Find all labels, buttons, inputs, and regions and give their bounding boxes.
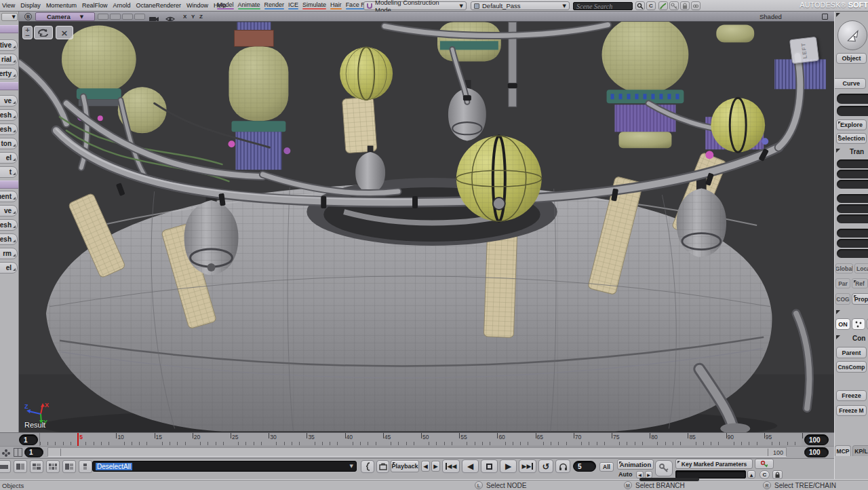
lock-button[interactable] xyxy=(772,470,783,479)
tab-mcp[interactable]: MCP xyxy=(835,445,851,456)
cog-button[interactable]: COG xyxy=(835,293,850,305)
axis-y-toggle[interactable]: Y xyxy=(191,14,195,20)
range-handle[interactable] xyxy=(60,449,61,456)
current-frame-field[interactable]: 5 xyxy=(573,461,596,472)
marked-key-button[interactable] xyxy=(755,459,774,469)
cycle-button[interactable]: C xyxy=(760,470,770,479)
select-curve-button[interactable]: Curve xyxy=(834,78,866,89)
search-icon[interactable] xyxy=(635,1,645,10)
transform-field[interactable] xyxy=(837,194,868,203)
orbit-button[interactable] xyxy=(34,26,53,39)
axis-x-toggle[interactable]: X xyxy=(183,14,186,20)
parent-button[interactable]: Parent xyxy=(836,347,867,358)
transform-field[interactable] xyxy=(837,159,868,168)
audio-button[interactable] xyxy=(555,459,570,473)
tab-kpl[interactable]: KP/L xyxy=(852,445,868,456)
viewport-resize-icon[interactable] xyxy=(822,14,828,20)
toolbar-button[interactable]: Mesh xyxy=(0,233,18,245)
go-to-end-button[interactable]: ▶▶ xyxy=(519,459,536,473)
scene-search-input[interactable]: Scene Search xyxy=(573,2,633,10)
range-end-field[interactable]: 100 xyxy=(804,447,829,457)
cycle-badge-icon[interactable]: C xyxy=(646,1,656,10)
memo-cam-slot[interactable] xyxy=(122,14,133,20)
memo-cam-slot[interactable] xyxy=(134,14,145,20)
memo-cam-slot[interactable] xyxy=(98,14,108,20)
param-up-button[interactable]: ▲ xyxy=(747,470,755,478)
key-icon[interactable] xyxy=(669,1,679,10)
menu-item[interactable]: Arnold xyxy=(113,2,130,9)
go-to-start-button[interactable]: ◀◀ xyxy=(442,459,460,473)
toolbar-button[interactable]: rial xyxy=(0,54,18,65)
transform-field[interactable] xyxy=(837,170,868,178)
viewport-camera-dropdown[interactable]: Camera ▼ xyxy=(35,12,95,21)
previous-frame-button[interactable]: ◀ xyxy=(462,459,479,473)
step-back-button[interactable]: ◀ xyxy=(421,461,430,472)
toolbar-button[interactable]: Mesh xyxy=(0,124,18,135)
playhead[interactable] xyxy=(77,433,79,447)
toolbar-selector-dropdown[interactable]: ▼ xyxy=(12,14,16,20)
cnscomp-button[interactable]: CnsComp xyxy=(836,361,867,373)
menu-item[interactable]: OctaneRenderer xyxy=(136,2,181,9)
module-menu-item[interactable]: ICE xyxy=(288,1,298,10)
prop-button[interactable]: Prop xyxy=(852,293,868,305)
global-mode-button[interactable]: Global xyxy=(835,263,853,274)
menu-item[interactable]: View xyxy=(2,2,15,9)
module-menu-item[interactable]: Model xyxy=(217,1,234,10)
zoom-buttons[interactable]: + − xyxy=(22,26,33,39)
toolbar-button[interactable]: tive xyxy=(0,39,18,51)
stop-button[interactable] xyxy=(481,459,498,473)
step-forward-button[interactable]: ▶ xyxy=(431,461,440,472)
range-slider-track[interactable]: 100 xyxy=(47,447,787,457)
layout-split-button[interactable] xyxy=(62,460,76,473)
selection-button[interactable]: Selection xyxy=(836,133,867,144)
auto-key-label[interactable]: Auto xyxy=(618,471,633,478)
freeze-button[interactable]: Freeze xyxy=(836,390,867,401)
module-menu-item[interactable]: Animate xyxy=(238,1,260,10)
toolbar-button[interactable]: ton xyxy=(0,138,18,149)
minus-icon[interactable]: − xyxy=(25,33,31,38)
flower-icon[interactable] xyxy=(1,448,12,457)
transform-field[interactable] xyxy=(837,214,868,223)
menu-item[interactable]: RealFlow xyxy=(82,2,108,9)
local-mode-button[interactable]: Loca xyxy=(854,263,868,274)
transform-field[interactable] xyxy=(837,239,868,248)
module-menu-item[interactable]: Hair xyxy=(330,1,342,10)
snap-on-button[interactable]: ON xyxy=(835,318,850,330)
toolbar-button[interactable]: el xyxy=(0,152,18,164)
layout-custom-button[interactable] xyxy=(79,460,92,473)
timeline-ruler[interactable]: 5101520253035404550556065707580859095 xyxy=(39,433,802,447)
transform-field[interactable] xyxy=(837,249,868,258)
snap-points-button[interactable] xyxy=(852,318,865,330)
script-icon[interactable] xyxy=(361,460,374,473)
transform-field[interactable] xyxy=(837,229,868,238)
transform-field[interactable] xyxy=(837,180,868,189)
ref-button[interactable]: Ref xyxy=(852,278,868,288)
freeze-m-button[interactable]: Freeze M xyxy=(836,405,867,416)
toolbar-button[interactable]: nent xyxy=(0,191,18,202)
chevron-down-icon[interactable]: ▼ xyxy=(350,464,353,469)
selection-field[interactable] xyxy=(837,94,868,104)
select-object-button[interactable]: Object xyxy=(836,53,867,64)
par-button[interactable]: Par xyxy=(835,278,850,288)
paint-icon[interactable] xyxy=(658,1,668,10)
select-tool-button[interactable] xyxy=(837,20,867,50)
viewport-b-button[interactable]: B xyxy=(24,13,32,20)
toolbar-button[interactable]: Mesh xyxy=(0,219,18,231)
transform-field[interactable] xyxy=(837,204,868,213)
end-frame-field[interactable]: 100 xyxy=(804,434,829,445)
display-mode-dropdown[interactable]: Shaded xyxy=(760,13,782,20)
key-marked-parameters-button[interactable]: Key Marked Parameters xyxy=(675,459,753,469)
menu-item[interactable]: Window xyxy=(186,2,208,9)
nav-cube[interactable]: LEFT xyxy=(789,37,819,64)
axis-z-toggle[interactable]: Z xyxy=(199,14,203,20)
toolbox-icon[interactable] xyxy=(376,460,389,473)
toolbar-button[interactable]: Mesh xyxy=(0,109,18,121)
toolbar-button[interactable]: ve xyxy=(0,205,18,216)
toolbar-button[interactable]: erty xyxy=(0,68,18,79)
selection-field[interactable] xyxy=(837,106,868,116)
layout-two-vertical-button[interactable] xyxy=(14,460,27,473)
range-start-field[interactable]: 1 xyxy=(24,447,43,457)
playback-button[interactable]: Playback xyxy=(391,460,419,472)
lock-icon[interactable] xyxy=(680,1,690,10)
toolbar-button[interactable]: el xyxy=(0,262,18,274)
